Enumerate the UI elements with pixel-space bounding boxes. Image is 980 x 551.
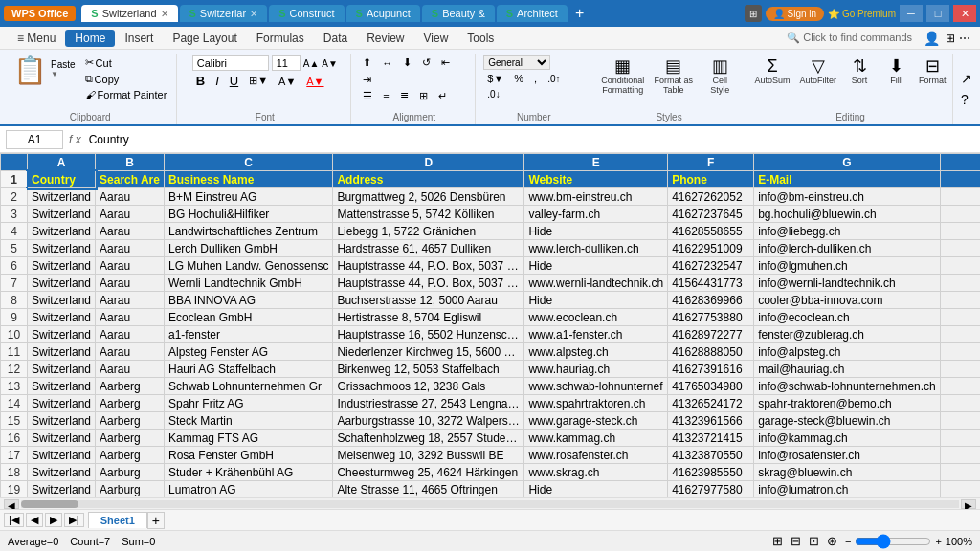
cell-r3-c4[interactable]: valley-farm.ch bbox=[524, 206, 668, 223]
col-header-c[interactable]: C bbox=[164, 154, 332, 171]
cell-r10-c5[interactable]: 41628972277 bbox=[668, 326, 754, 343]
cell-r9-c0[interactable]: Switzerland bbox=[28, 309, 96, 326]
cell-r4-c7[interactable] bbox=[940, 223, 980, 240]
cell-r15-c4[interactable]: www.garage-steck.ch bbox=[524, 412, 668, 430]
scroll-left-button[interactable]: ◀ bbox=[4, 499, 19, 509]
cell-r6-c6[interactable]: info@lgmuhen.ch bbox=[754, 257, 941, 275]
cell-r14-c3[interactable]: Industriestrasse 27, 2543 Lengnau BE bbox=[333, 395, 524, 412]
cell-r17-c2[interactable]: Rosa Fenster GmbH bbox=[164, 447, 332, 464]
underline-button[interactable]: U bbox=[226, 73, 242, 89]
cell-r2-c6[interactable]: info@bm-einstreu.ch bbox=[754, 188, 941, 206]
cell-r8-c3[interactable]: Buchserstrasse 12, 5000 Aarau bbox=[333, 292, 524, 309]
menu-item-home[interactable]: Home bbox=[65, 30, 115, 47]
toolbar-icon-1[interactable]: 👤 bbox=[924, 31, 940, 46]
cell-r2-c0[interactable]: Switzerland bbox=[28, 188, 96, 206]
zoom-control[interactable]: − + 100% bbox=[845, 534, 972, 549]
cell-r14-c4[interactable]: www.spahrtraktoren.ch bbox=[524, 395, 668, 412]
header-cell-7[interactable] bbox=[940, 171, 980, 188]
cell-r6-c3[interactable]: Hauptstrasse 44, P.O. Box, 5037 Muhen bbox=[333, 257, 524, 275]
align-right-button[interactable]: ≣ bbox=[396, 89, 412, 103]
formula-input[interactable] bbox=[87, 131, 974, 148]
col-header-f[interactable]: F bbox=[668, 154, 754, 171]
cell-r16-c5[interactable]: 41323721415 bbox=[668, 430, 754, 447]
autofilter-button[interactable]: ▽ AutoFilter bbox=[796, 55, 841, 87]
minimize-button[interactable]: ─ bbox=[900, 5, 923, 22]
cell-r18-c2[interactable]: Studer + Krähenbühl AG bbox=[164, 464, 332, 481]
cell-r18-c3[interactable]: Cheesturmweg 25, 4624 Härkingen bbox=[333, 464, 524, 481]
help-icon[interactable]: ? bbox=[961, 92, 972, 107]
header-cell-6[interactable]: E-Mail bbox=[754, 171, 941, 188]
col-header-d[interactable]: D bbox=[333, 154, 524, 171]
cell-r10-c1[interactable]: Aarau bbox=[96, 326, 165, 343]
format-painter-button[interactable]: 🖌 Format Painter bbox=[81, 88, 171, 101]
sort-button[interactable]: ⇅ Sort bbox=[842, 55, 877, 87]
cell-r4-c0[interactable]: Switzerland bbox=[28, 223, 96, 240]
decimal-decrease-button[interactable]: .0↓ bbox=[483, 88, 503, 100]
font-name-input[interactable] bbox=[192, 55, 269, 71]
cell-r2-c5[interactable]: 41627262052 bbox=[668, 188, 754, 206]
cell-r7-c6[interactable]: info@wernli-landtechnik.ch bbox=[754, 275, 941, 292]
cell-r19-c2[interactable]: Lumatron AG bbox=[164, 481, 332, 498]
cell-r8-c6[interactable]: cooler@bba-innova.com bbox=[754, 292, 941, 309]
cell-r17-c0[interactable]: Switzerland bbox=[28, 447, 96, 464]
cell-r10-c0[interactable]: Switzerland bbox=[28, 326, 96, 343]
cell-r19-c6[interactable]: info@lumatron.ch bbox=[754, 481, 941, 498]
menu-item-data[interactable]: Data bbox=[314, 30, 357, 47]
cell-r16-c7[interactable] bbox=[940, 430, 980, 447]
cell-r18-c1[interactable]: Aarburg bbox=[96, 464, 165, 481]
cell-r11-c6[interactable]: info@alpsteg.ch bbox=[754, 343, 941, 361]
cell-r15-c0[interactable]: Switzerland bbox=[28, 412, 96, 430]
menu-item-tools[interactable]: Tools bbox=[457, 30, 503, 47]
cell-r16-c0[interactable]: Switzerland bbox=[28, 430, 96, 447]
cell-r17-c7[interactable] bbox=[940, 447, 980, 464]
premium-button[interactable]: ⭐ Go Premium bbox=[828, 9, 896, 19]
cell-r6-c7[interactable] bbox=[940, 257, 980, 275]
cell-style-button[interactable]: ▥ Cell Style bbox=[700, 55, 740, 97]
cell-r6-c4[interactable]: Hide bbox=[524, 257, 668, 275]
cell-r9-c1[interactable]: Aarau bbox=[96, 309, 165, 326]
cell-r12-c5[interactable]: 41627391616 bbox=[668, 361, 754, 378]
cell-r6-c0[interactable]: Switzerland bbox=[28, 257, 96, 275]
comma-button[interactable]: , bbox=[530, 72, 541, 85]
cell-r13-c5[interactable]: 41765034980 bbox=[668, 378, 754, 395]
sheet-nav-last[interactable]: ▶| bbox=[64, 513, 84, 527]
toolbar-icon-2[interactable]: ⊞ bbox=[946, 32, 955, 45]
cell-r6-c5[interactable]: 41627232547 bbox=[668, 257, 754, 275]
currency-button[interactable]: $▼ bbox=[483, 72, 507, 85]
cell-r15-c3[interactable]: Aarburgstrasse 10, 3272 Walperswil bbox=[333, 412, 524, 430]
align-left-button[interactable]: ☰ bbox=[359, 89, 376, 103]
tab-close-icon[interactable]: ✕ bbox=[250, 9, 257, 19]
align-bottom-button[interactable]: ⬇ bbox=[399, 55, 415, 70]
zoom-out-icon[interactable]: − bbox=[845, 536, 851, 547]
cell-r7-c3[interactable]: Hauptstrasse 44, P.O. Box, 5037 Muhen bbox=[333, 275, 524, 292]
cell-r3-c2[interactable]: BG Hochuli&Hilfiker bbox=[164, 206, 332, 223]
bold-button[interactable]: B bbox=[192, 73, 209, 89]
fill-button[interactable]: ⬇ Fill bbox=[879, 55, 913, 87]
view-normal-icon[interactable]: ⊞ bbox=[772, 534, 783, 548]
sheet-scroll[interactable]: A B C D E F G H I J 1CountrySearch AreBu… bbox=[0, 153, 980, 497]
view-layout-icon[interactable]: ⊟ bbox=[791, 534, 801, 548]
sheet-nav-next[interactable]: ▶ bbox=[45, 513, 62, 527]
cell-r19-c7[interactable] bbox=[940, 481, 980, 498]
menu-item-view[interactable]: View bbox=[414, 30, 458, 47]
cell-r5-c6[interactable]: info@lerch-dulliken.ch bbox=[754, 240, 941, 257]
decimal-increase-button[interactable]: .0↑ bbox=[544, 73, 564, 85]
cell-r5-c3[interactable]: Hardstrasse 61, 4657 Dulliken bbox=[333, 240, 524, 257]
tab-switzerland1[interactable]: S Switzerland ✕ bbox=[81, 5, 177, 22]
sheet-tab-sheet1[interactable]: Sheet1 bbox=[88, 512, 147, 528]
cell-r10-c7[interactable] bbox=[940, 326, 980, 343]
cell-r13-c0[interactable]: Switzerland bbox=[28, 378, 96, 395]
cell-r12-c2[interactable]: Hauri AG Staffelbach bbox=[164, 361, 332, 378]
cell-r2-c1[interactable]: Aarau bbox=[96, 188, 165, 206]
cell-r5-c7[interactable] bbox=[940, 240, 980, 257]
cell-r11-c0[interactable]: Switzerland bbox=[28, 343, 96, 361]
cell-r15-c1[interactable]: Aarberg bbox=[96, 412, 165, 430]
indent-increase-button[interactable]: ⇥ bbox=[359, 73, 375, 87]
cell-r19-c0[interactable]: Switzerland bbox=[28, 481, 96, 498]
header-cell-1[interactable]: Search Are bbox=[96, 171, 165, 188]
cell-r13-c2[interactable]: Schwab Lohnunternehmen Gr bbox=[164, 378, 332, 395]
cell-r5-c1[interactable]: Aarau bbox=[96, 240, 165, 257]
toolbar-icon-3[interactable]: ⋯ bbox=[959, 32, 970, 45]
autosum-button[interactable]: Σ AutoSum bbox=[750, 55, 793, 87]
cell-r18-c4[interactable]: www.skrag.ch bbox=[524, 464, 668, 481]
